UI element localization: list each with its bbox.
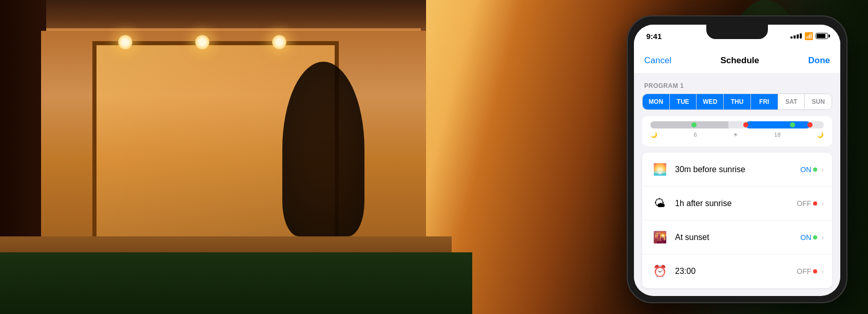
timeline-label-6: 6 [693, 132, 697, 138]
roof-beam [41, 0, 426, 31]
sunset-dot [813, 235, 817, 239]
timeline-container: 🌙 6 ☀ 18 🌙 [642, 116, 832, 146]
done-button[interactable]: Done [808, 56, 830, 66]
clock-icon: ⏰ [650, 262, 669, 281]
schedule-title: Schedule [720, 56, 759, 66]
sunrise-before-icon: 🌅 [650, 160, 669, 179]
battery-fill [817, 34, 825, 38]
ceiling-light-3 [272, 35, 286, 49]
timeline-gray-segment [650, 121, 728, 128]
timeline-blue-segment [746, 121, 810, 128]
ceiling-light-2 [195, 35, 209, 49]
status-time: 9:41 [646, 32, 662, 41]
time-23-label: 23:00 [675, 267, 797, 276]
phone-device: 9:41 📶 Cancel Schedule [627, 15, 847, 303]
sunrise-after-status: OFF [797, 199, 817, 208]
signal-bar-4 [800, 33, 802, 39]
phone-screen: 9:41 📶 Cancel Schedule [634, 25, 840, 296]
sunset-chevron: › [821, 233, 824, 242]
sunrise-before-status: ON [800, 165, 817, 174]
program-header: PROGRAM 1 [634, 74, 840, 94]
signal-bar-1 [790, 36, 793, 39]
schedule-item-sunrise-before[interactable]: 🌅 30m before sunrise ON › [642, 153, 832, 187]
timeline-label-moon-right: 🌙 [817, 132, 824, 138]
nav-bar: Cancel Schedule Done [634, 47, 840, 74]
phone-notch [706, 25, 768, 39]
timeline-labels: 🌙 6 ☀ 18 🌙 [650, 131, 824, 139]
day-btn-sun[interactable]: SUN [805, 94, 832, 109]
timeline-label-moon-left: 🌙 [650, 132, 658, 138]
day-btn-wed[interactable]: WED [697, 94, 724, 109]
timeline-dot-green-1 [691, 122, 697, 127]
sunrise-before-dot [813, 168, 817, 172]
time-23-status: OFF [797, 267, 817, 275]
phone-body: 9:41 📶 Cancel Schedule [627, 15, 847, 303]
timeline-dot-green-2 [790, 122, 795, 127]
timeline-track[interactable] [650, 121, 824, 128]
sunrise-after-chevron: › [821, 199, 824, 208]
sunrise-before-chevron: › [821, 165, 824, 174]
signal-bar-2 [794, 35, 796, 39]
timeline-label-sun: ☀ [733, 132, 738, 138]
timeline-label-18: 18 [774, 132, 780, 138]
day-btn-tue[interactable]: TUE [670, 94, 697, 109]
indoor-plant [282, 62, 364, 236]
sunrise-before-label: 30m before sunrise [675, 165, 800, 174]
status-icons: 📶 [790, 32, 828, 40]
timeline-dot-red-1 [743, 122, 748, 127]
day-btn-mon[interactable]: MON [643, 94, 670, 109]
schedule-item-23[interactable]: ⏰ 23:00 OFF › [642, 255, 832, 288]
sunset-icon: 🌇 [650, 228, 669, 247]
sunset-label: At sunset [675, 233, 800, 242]
time-23-dot [813, 269, 817, 273]
day-btn-sat[interactable]: SAT [778, 94, 805, 109]
time-23-chevron: › [821, 267, 824, 275]
signal-bar-3 [797, 34, 799, 39]
day-btn-fri[interactable]: FRI [751, 94, 778, 109]
timeline-dot-red-2 [807, 122, 813, 127]
signal-icon [790, 33, 802, 39]
schedule-item-sunrise-after[interactable]: 🌤 1h after sunrise OFF › [642, 187, 832, 220]
day-selector: MON TUE WED THU FRI SAT [642, 94, 832, 110]
grass [0, 252, 472, 314]
day-btn-thu[interactable]: THU [724, 94, 751, 109]
schedule-item-sunset[interactable]: 🌇 At sunset ON › [642, 221, 832, 254]
wifi-icon: 📶 [804, 32, 813, 40]
sunrise-after-icon: 🌤 [650, 194, 669, 213]
cancel-button[interactable]: Cancel [644, 56, 671, 66]
ceiling-light-1 [118, 35, 132, 49]
sunrise-after-dot [813, 201, 817, 206]
sunrise-after-label: 1h after sunrise [675, 199, 797, 208]
schedule-items-list: 🌅 30m before sunrise ON › 🌤 1h after sun… [642, 153, 832, 288]
battery-icon [816, 33, 828, 39]
content-area: PROGRAM 1 MON TUE WED THU [634, 74, 840, 290]
sunset-status: ON [800, 233, 817, 242]
